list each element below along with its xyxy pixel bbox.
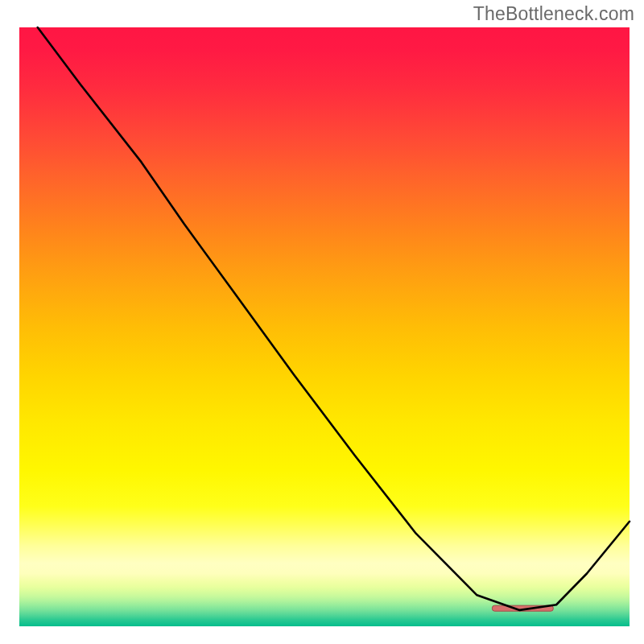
plot-background [19,27,630,626]
attribution-label: TheBottleneck.com [473,3,634,25]
bottleneck-chart: TheBottleneck.com [0,0,644,644]
chart-surface [0,0,644,644]
